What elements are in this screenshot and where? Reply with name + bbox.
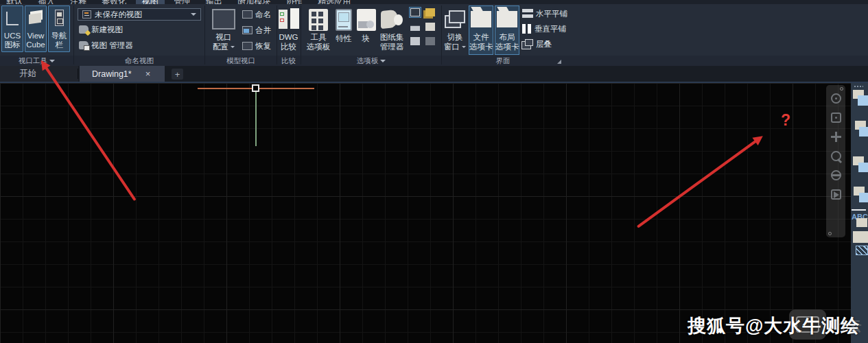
annotation-arrow-right xyxy=(637,135,764,228)
navigation-bar-toggle-button[interactable]: 导航栏 xyxy=(48,5,70,52)
navbar-close-icon[interactable] xyxy=(840,87,843,91)
properties-button[interactable]: 特性 xyxy=(334,5,353,55)
switch-windows-icon xyxy=(445,10,465,28)
sheet-set-manager-icon xyxy=(381,9,403,31)
orbit-icon[interactable] xyxy=(830,169,842,181)
plot-preview-button[interactable] xyxy=(409,21,421,32)
blocks-icon xyxy=(357,9,376,31)
showmotion-icon[interactable] xyxy=(830,189,842,200)
new-view-button[interactable]: 新建视图 xyxy=(79,24,123,35)
block-thumbnail[interactable] xyxy=(858,163,868,172)
chevron-down-icon xyxy=(191,13,196,16)
cascade-icon xyxy=(522,39,533,49)
named-view-dropdown[interactable]: 未保存的视图 xyxy=(78,8,201,21)
quick-calc-button[interactable] xyxy=(424,21,436,32)
dwg-compare-line1: DWG xyxy=(278,33,299,43)
drawing-canvas[interactable]: ? ABC xyxy=(0,83,868,343)
switch-windows-line1: 切换 xyxy=(443,33,467,43)
viewport-tools-panel-label[interactable]: 视口工具 xyxy=(0,56,73,66)
block-thumbnail[interactable] xyxy=(859,127,868,137)
hatch-thumbnail[interactable] xyxy=(856,246,868,255)
viewcube-toggle-button[interactable]: View Cube xyxy=(25,5,47,52)
full-navigation-wheel-icon[interactable] xyxy=(830,93,842,104)
sheet-list-button[interactable] xyxy=(409,36,421,47)
drawing-tab-label: Drawing1* xyxy=(92,69,132,79)
cascade-label: 层叠 xyxy=(536,39,552,49)
panel-model-viewports: 视口 配置 命名 合并 恢复 模型视口 xyxy=(205,4,277,66)
clipboard-button[interactable] xyxy=(424,36,436,47)
tool-palettes-line1: 工具 xyxy=(305,33,331,43)
compare-panel-label: 比较 xyxy=(277,56,300,66)
navigation-bar xyxy=(826,85,845,237)
annotation-question-mark: ? xyxy=(781,111,790,130)
watermark-faint-text: 叶云 xyxy=(834,317,862,335)
palette-grip-icon[interactable] xyxy=(854,85,863,88)
chevron-down-icon xyxy=(49,60,55,62)
sheet-set-line1: 图纸集 xyxy=(377,33,406,43)
tile-horizontally-button[interactable]: 水平平铺 xyxy=(522,8,567,19)
viewport-configuration-button[interactable]: 视口 配置 xyxy=(208,5,239,55)
navbar-customize-icon[interactable] xyxy=(828,232,832,235)
switch-windows-line2: 窗口 xyxy=(444,43,460,51)
properties-label: 特性 xyxy=(335,34,353,44)
layout-tabs-icon xyxy=(497,11,517,27)
viewcube-label-line1: View xyxy=(25,32,46,40)
tool-palettes-line2: 选项板 xyxy=(305,43,331,52)
close-icon[interactable]: × xyxy=(145,69,151,79)
navbar-label: 导航栏 xyxy=(49,32,69,49)
named-view-dropdown-value: 未保存的视图 xyxy=(95,10,142,20)
tool-palettes-button[interactable]: 工具 选项板 xyxy=(305,5,332,55)
dwg-compare-button[interactable]: DWG 比较 xyxy=(277,5,300,55)
panel-viewport-tools: UCS 图标 View Cube 导航栏 xyxy=(0,4,73,66)
ucs-label-line2: 图标 xyxy=(2,40,23,49)
tile-horizontally-icon xyxy=(522,9,533,19)
wheel-menu-icon[interactable] xyxy=(830,112,842,123)
block-thumbnail[interactable] xyxy=(859,193,868,202)
tile-vertically-label: 垂直平铺 xyxy=(535,24,566,34)
palette-divider xyxy=(852,209,866,211)
blocks-button[interactable]: 块 xyxy=(356,5,375,55)
tile-vertically-button[interactable]: 垂直平铺 xyxy=(522,23,566,34)
block-thumbnail[interactable] xyxy=(853,231,868,243)
cascade-button[interactable]: 层叠 xyxy=(522,38,552,49)
viewport-restore-button[interactable]: 恢复 xyxy=(242,40,271,51)
layout-tabs-toggle-button[interactable]: 布局 选项卡 xyxy=(495,5,519,55)
zoom-icon[interactable] xyxy=(830,150,842,162)
chevron-down-icon xyxy=(231,46,235,48)
file-tabs-line1: 文件 xyxy=(469,33,493,43)
command-line-toggle-button[interactable] xyxy=(409,7,421,18)
panel-expand-icon[interactable] xyxy=(557,60,561,64)
block-thumbnail[interactable] xyxy=(856,218,867,227)
panel-compare: DWG 比较 比较 xyxy=(277,4,300,66)
palettes-panel-label[interactable]: 选项板 xyxy=(301,56,441,66)
file-tabs-toggle-button[interactable]: 文件 选项卡 xyxy=(469,5,493,55)
dwg-compare-line2: 比较 xyxy=(278,43,299,52)
ucs-label-line1: UCS xyxy=(2,32,23,40)
tool-palettes-icon xyxy=(309,9,328,31)
named-view-icon xyxy=(82,10,91,19)
new-view-icon xyxy=(79,25,89,34)
sheet-set-manager-button[interactable]: 图纸集 管理器 xyxy=(377,5,407,55)
chevron-down-icon xyxy=(462,46,466,48)
crosshair-pickbox xyxy=(252,84,259,92)
new-drawing-tab-button[interactable]: + xyxy=(172,69,183,80)
layout-tabs-line2: 选项卡 xyxy=(495,43,519,52)
tool-palette-strip[interactable]: ABC xyxy=(851,83,868,343)
viewport-configuration-icon xyxy=(212,9,235,29)
named-views-panel-label: 命名视图 xyxy=(74,56,204,66)
viewport-restore-label: 恢复 xyxy=(255,41,271,51)
view-manager-button[interactable]: 视图 管理器 xyxy=(79,40,133,51)
plus-icon: + xyxy=(175,69,180,80)
pan-icon[interactable] xyxy=(830,131,842,143)
drawing1-file-tab[interactable]: Drawing1* × xyxy=(80,66,165,82)
ucs-icon-toggle-button[interactable]: UCS 图标 xyxy=(1,5,23,52)
start-file-tab[interactable]: 开始 xyxy=(0,66,78,82)
markup-notes-button[interactable] xyxy=(424,7,436,18)
switch-windows-button[interactable]: 切换 窗口 xyxy=(443,5,467,55)
viewport-join-button[interactable]: 合并 xyxy=(242,25,271,36)
sheet-set-line2: 管理器 xyxy=(377,43,406,52)
block-thumbnail[interactable] xyxy=(858,95,868,106)
ribbon-body: UCS 图标 View Cube 导航栏 xyxy=(0,4,868,66)
viewport-named-button[interactable]: 命名 xyxy=(242,9,271,20)
model-viewports-panel-label: 模型视口 xyxy=(205,56,277,66)
